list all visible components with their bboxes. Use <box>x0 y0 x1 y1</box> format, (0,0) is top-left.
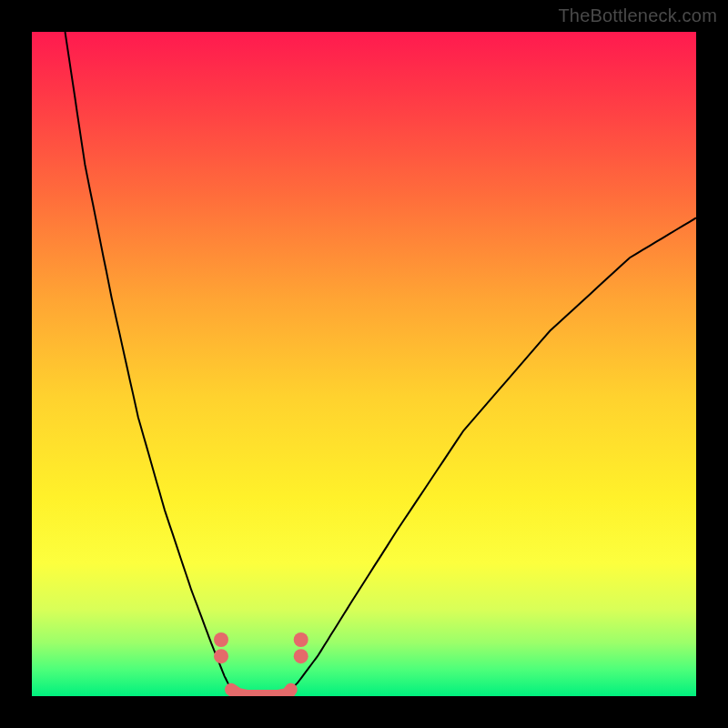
minimum-dot <box>214 632 228 647</box>
left-branch-curve <box>66 32 241 696</box>
minimum-region-path <box>231 690 291 696</box>
right-branch-curve <box>284 217 696 696</box>
minimum-marker-dots <box>214 632 308 663</box>
minimum-dot <box>294 649 308 663</box>
minimum-dot <box>214 649 228 663</box>
watermark-label: TheBottleneck.com <box>558 5 717 26</box>
plot-area <box>32 32 696 696</box>
minimum-dot <box>294 632 308 647</box>
chart-frame: TheBottleneck.com <box>0 0 728 728</box>
curve-layer <box>32 32 696 696</box>
